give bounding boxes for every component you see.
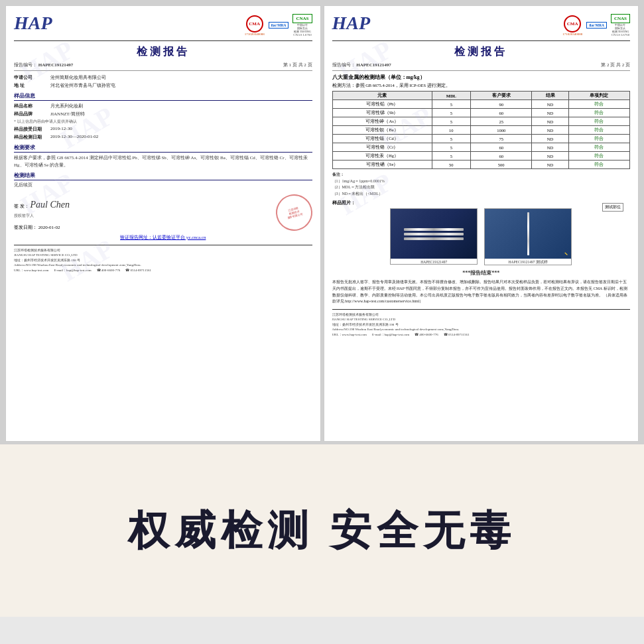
table-cell-3-2: 1000 <box>471 126 532 135</box>
col-mdl: MDL <box>432 92 470 100</box>
notes-title: 备注： <box>332 172 631 178</box>
photo-label-1: HAPEC19121497 <box>391 260 477 264</box>
table-cell-7-2: 500 <box>471 161 532 169</box>
table-row: 可溶性锑（Sb）560ND符合 <box>332 109 630 117</box>
applicant-row: 申请公司 沧州简斯化妆用具有限公司 <box>14 74 312 81</box>
hap-number-2: 171020340088 <box>562 32 582 36</box>
main-container: HAP HAP HAP HAP HAP CMA <box>0 0 644 644</box>
notes-section: 备注： （1）1mg/Ag＝1ppm=0.0001% （2）MDL＝方法检出限 … <box>332 172 631 197</box>
table-cell-1-0: 可溶性锑（Sb） <box>332 109 432 117</box>
table-row: 可溶性硒（Se）50500ND符合 <box>332 161 630 169</box>
sample-name-row: 样品名称 月光系列化妆刷 <box>14 103 312 109</box>
reports-row: HAP HAP HAP HAP HAP CMA <box>0 0 644 444</box>
report-header-2: HAP CMA 171020340088 ilac·MRA <box>332 14 631 41</box>
table-cell-5-1: 5 <box>432 143 470 152</box>
bottom-headline: 权威检测 安全无毒 <box>128 503 516 558</box>
table-cell-6-0: 可溶性汞（Hg） <box>332 152 432 161</box>
table-row: 可溶性汞（Hg）560ND符合 <box>332 152 630 161</box>
table-cell-6-4: 符合 <box>568 152 629 161</box>
conclusion-text: 本报告无批准人签字、报告专用章及骑缝章无效。本报告不得擅自修改、增加或删除。报告… <box>332 279 631 304</box>
test-req-title: 检测要求 <box>14 144 312 153</box>
table-cell-1-1: 5 <box>432 109 470 117</box>
header-center-2: CMA 171020340088 ilac·MRA CNAS 中国认可国际互认检… <box>562 14 630 36</box>
callout-label: 测试部位 <box>602 203 623 212</box>
sample-section: 样品名称 月光系列化妆刷 样品品牌 JIANNZT/简丝特 * 以上信息内容由申… <box>14 103 312 141</box>
cnas-badge-2: CNAS <box>614 16 627 21</box>
sig-role: 授权签字人 <box>14 213 263 219</box>
test-req-text: 根据客户要求，参照 GB 6675.4-2014 测定样品中可溶性铅 Pb、可溶… <box>14 155 312 168</box>
photo-inner-2: 📏 <box>485 209 571 259</box>
table-cell-0-0: 可溶性铅（Pb） <box>332 100 432 109</box>
table-cell-7-4: 符合 <box>568 161 629 169</box>
table-cell-4-1: 5 <box>432 135 470 143</box>
cma-badge-2: CMA <box>567 21 578 27</box>
cnas-badge-1: CNAS <box>296 16 308 21</box>
table-cell-2-2: 25 <box>471 117 532 126</box>
needles-multi-2 <box>404 233 464 235</box>
table-cell-1-2: 60 <box>471 109 532 117</box>
hap-logo-2: HAP <box>332 14 371 32</box>
verify-link-1[interactable]: 验证报告网址：认监委验证平台 yz.cnca.cn <box>14 234 312 241</box>
report-page-2: HAP HAP HAP HAP CMA 171020340088 <box>324 5 639 442</box>
table-cell-4-0: 可溶性镉（Cd） <box>332 135 432 143</box>
report-page-1: HAP HAP HAP HAP HAP CMA <box>5 5 321 442</box>
table-cell-7-0: 可溶性硒（Se） <box>332 161 432 169</box>
conclusion-title: ***报告结束*** <box>332 269 631 277</box>
table-row: 可溶性砷（As）525ND符合 <box>332 117 630 126</box>
table-cell-2-0: 可溶性砷（As） <box>332 117 432 126</box>
bottom-text-area: 权威检测 安全无毒 <box>0 444 644 617</box>
table-cell-4-3: ND <box>532 135 568 143</box>
receive-date-row: 样品接受日期 2019-12-30 <box>14 126 312 133</box>
table-header-row: 元素 MDL 客户要求 结果 单项判定 <box>332 92 630 100</box>
address-row: 地 址 河北省沧州市青县马厂镇孙官屯 <box>14 82 312 89</box>
table-cell-7-1: 50 <box>432 161 470 169</box>
table-cell-3-3: ND <box>532 126 568 135</box>
sample-info-title: 样品信息 <box>14 92 312 101</box>
sample-brand-row: 样品品牌 JIANNZT/简丝特 <box>14 111 312 117</box>
metals-title: 八大重金属的检测结果（单位：mg/kg） <box>332 74 631 81</box>
report-id-2: 报告编号： HAPEC19121497 <box>332 62 391 68</box>
sig-label: 签 发： Paul Chen <box>14 200 263 210</box>
footer-2: 江苏环塔检测技术服务有限公司 JIANGSU HAP TESTING SERVI… <box>332 309 631 338</box>
table-cell-6-3: ND <box>532 152 568 161</box>
hap-logo-text-2: HAP <box>332 14 371 32</box>
table-cell-5-4: 符合 <box>568 143 629 152</box>
table-cell-5-3: ND <box>532 143 568 152</box>
cma-badge-1: CMA <box>249 21 260 27</box>
report-header-1: HAP CMA 171020340088 ilac·MRA <box>14 14 312 41</box>
table-cell-3-1: 10 <box>432 126 470 135</box>
cnas-number-1: CNAS L6760 <box>293 33 312 36</box>
test-result-title: 检测结果 <box>14 172 312 180</box>
table-cell-5-2: 60 <box>471 143 532 152</box>
table-cell-0-3: ND <box>532 100 568 109</box>
table-cell-6-2: 60 <box>471 152 532 161</box>
col-judgment: 单项判定 <box>568 92 629 100</box>
footer-1: 江苏环塔检测技术服务有限公司 JIANGSU HAP TESTING SERVI… <box>14 245 312 273</box>
photo-box-2: 📏 HAPEC19121497 测试样 <box>484 208 572 265</box>
table-cell-0-4: 符合 <box>568 100 629 109</box>
report-id-line-1: 报告编号： HAPEC19121497 第 1 页 共 2 页 <box>14 62 312 71</box>
table-cell-3-0: 可溶性钡（Ba） <box>332 126 432 135</box>
report-title-1: 检测报告 <box>14 45 312 59</box>
table-row: 可溶性镉（Cd）575ND符合 <box>332 135 630 143</box>
page-info-2: 第 2 页 共 2 页 <box>601 62 630 68</box>
table-cell-2-3: ND <box>532 117 568 126</box>
photo-box-1: HAPEC19121497 <box>390 208 478 265</box>
table-row: 可溶性铬（Cr）560ND符合 <box>332 143 630 152</box>
ilac-badge-2: ilac·MRA <box>586 22 607 29</box>
table-row: 可溶性铅（Pb）590ND符合 <box>332 100 630 109</box>
hap-logo-1: HAP <box>14 14 52 32</box>
col-result: 结果 <box>532 92 568 100</box>
hap-logo-text-1: HAP <box>14 14 52 32</box>
table-cell-1-4: 符合 <box>568 109 629 117</box>
table-cell-1-3: ND <box>532 109 568 117</box>
results-table: 元素 MDL 客户要求 结果 单项判定 可溶性铅（Pb）590ND符合可溶性锑（… <box>332 91 631 169</box>
sig-date: 签发日期： 2020-01-02 <box>14 224 263 231</box>
signature-area-1: 签 发： Paul Chen 授权签字人 签发日期： 2020-01-02 江苏… <box>14 194 312 231</box>
header-center-1: CMA 171020340088 ilac·MRA CNAS 中国认可国际互认检… <box>245 14 312 36</box>
test-date-row: 样品检测日期 2019-12-30—2020-01-02 <box>14 134 312 141</box>
table-cell-2-4: 符合 <box>568 117 629 126</box>
china-cert-2: 中国认可国际互认检测 TESTING <box>612 23 629 33</box>
photo-label-2: HAPEC19121497 测试样 <box>485 260 571 265</box>
table-row: 可溶性钡（Ba）101000ND符合 <box>332 126 630 135</box>
